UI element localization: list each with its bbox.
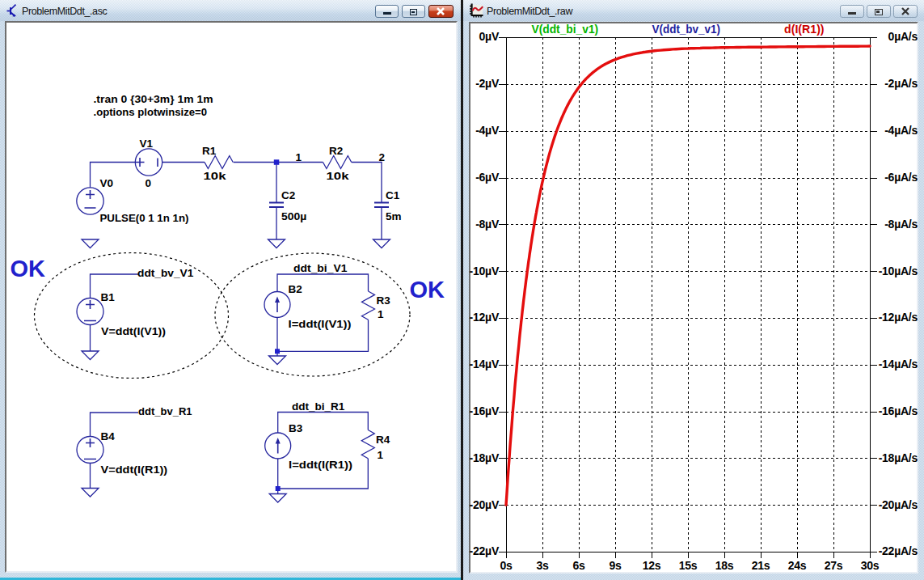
svg-text:-18µV: -18µV <box>470 451 500 464</box>
svg-text:I=ddt(I(V1)): I=ddt(I(V1)) <box>289 318 352 330</box>
svg-text:-22µV: -22µV <box>470 544 500 557</box>
svg-text:24s: 24s <box>788 559 807 572</box>
svg-text:-6µA/s: -6µA/s <box>884 171 918 184</box>
svg-text:-8µA/s: -8µA/s <box>884 218 918 231</box>
svg-text:B2: B2 <box>289 283 302 295</box>
svg-text:-16µV: -16µV <box>470 404 500 417</box>
svg-text:ddt_bv_V1: ddt_bv_V1 <box>137 267 194 279</box>
svg-text:ddt_bv_R1: ddt_bv_R1 <box>138 405 192 417</box>
svg-text:ddt_bi_R1: ddt_bi_R1 <box>292 400 345 413</box>
svg-text:10k: 10k <box>204 170 227 182</box>
svg-text:6s: 6s <box>572 559 585 572</box>
svg-text:-2µV: -2µV <box>475 77 500 90</box>
svg-text:-12µV: -12µV <box>470 311 500 324</box>
svg-text:0µV: 0µV <box>479 30 500 43</box>
svg-text:27s: 27s <box>825 559 843 572</box>
svg-text:R2: R2 <box>329 145 343 157</box>
svg-text:-4µV: -4µV <box>475 124 500 137</box>
svg-text:I=ddt(I(R1)): I=ddt(I(R1)) <box>289 459 352 471</box>
svg-text:-14µA/s: -14µA/s <box>879 358 918 370</box>
svg-text:V0: V0 <box>100 177 114 189</box>
svg-text:-18µA/s: -18µA/s <box>879 451 918 464</box>
svg-text:-6µV: -6µV <box>475 171 500 184</box>
svg-text:ddt_bi_V1: ddt_bi_V1 <box>293 262 348 274</box>
svg-text:-22µA/s: -22µA/s <box>879 544 918 557</box>
svg-text:-2µA/s: -2µA/s <box>884 77 918 90</box>
svg-text:d(I(R1)): d(I(R1)) <box>784 23 825 36</box>
svg-text:-10µV: -10µV <box>470 265 500 277</box>
svg-text:C1: C1 <box>386 189 400 201</box>
svg-text:B4: B4 <box>101 430 116 442</box>
svg-text:0: 0 <box>146 177 152 189</box>
svg-text:B1: B1 <box>101 291 116 303</box>
svg-text:V=ddt(I(R1)): V=ddt(I(R1)) <box>101 464 168 476</box>
svg-text:3s: 3s <box>536 559 549 572</box>
svg-text:B3: B3 <box>289 422 303 434</box>
svg-text:9s: 9s <box>609 559 622 572</box>
svg-text:-20µA/s: -20µA/s <box>879 498 918 511</box>
svg-text:30s: 30s <box>861 559 880 572</box>
svg-text:OK: OK <box>410 277 445 303</box>
svg-text:1: 1 <box>378 308 384 320</box>
svg-text:.options plotwinsize=0: .options plotwinsize=0 <box>94 106 208 118</box>
svg-text:2: 2 <box>379 151 386 163</box>
svg-text:500µ: 500µ <box>281 210 306 222</box>
svg-text:V1: V1 <box>140 138 154 150</box>
svg-text:V=ddt(I(V1)): V=ddt(I(V1)) <box>101 325 166 337</box>
svg-text:-20µV: -20µV <box>470 498 500 511</box>
svg-text:R3: R3 <box>377 294 391 307</box>
svg-text:-12µA/s: -12µA/s <box>879 311 918 324</box>
svg-text:R1: R1 <box>202 145 217 157</box>
svg-text:5m: 5m <box>386 210 402 222</box>
svg-text:OK: OK <box>11 256 46 282</box>
svg-text:PULSE(0 1 1n 1n): PULSE(0 1 1n 1n) <box>100 212 189 224</box>
svg-text:-4µA/s: -4µA/s <box>884 124 918 137</box>
svg-text:21s: 21s <box>752 559 770 572</box>
svg-text:15s: 15s <box>679 559 698 572</box>
svg-text:V(ddt_bi_v1): V(ddt_bi_v1) <box>532 23 599 36</box>
svg-text:C2: C2 <box>281 189 295 201</box>
svg-text:0s: 0s <box>500 559 513 572</box>
svg-text:12s: 12s <box>643 559 661 572</box>
svg-text:-14µV: -14µV <box>470 358 500 370</box>
svg-text:0µA/s: 0µA/s <box>888 30 918 43</box>
svg-text:1: 1 <box>378 449 384 461</box>
svg-text:10k: 10k <box>327 170 350 182</box>
svg-text:R4: R4 <box>376 434 390 446</box>
svg-text:-10µA/s: -10µA/s <box>879 265 918 277</box>
svg-text:-16µA/s: -16µA/s <box>879 404 918 417</box>
svg-text:-8µV: -8µV <box>475 218 500 231</box>
svg-text:.tran 0 {30+3m} 1m 1m: .tran 0 {30+3m} 1m 1m <box>94 93 213 105</box>
svg-text:V(ddt_bv_v1): V(ddt_bv_v1) <box>652 23 721 36</box>
svg-text:1: 1 <box>296 151 302 163</box>
svg-text:18s: 18s <box>715 559 734 572</box>
